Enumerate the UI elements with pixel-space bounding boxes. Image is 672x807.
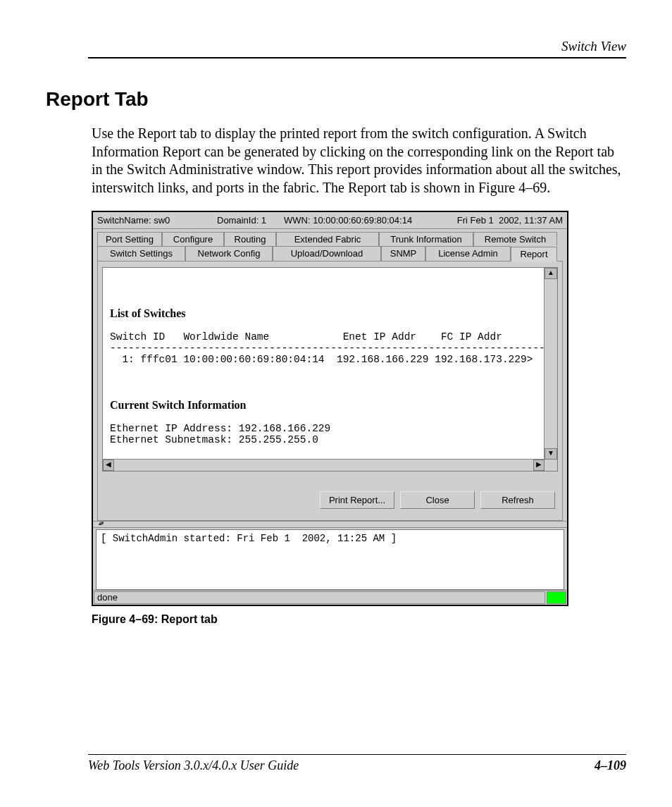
log-pane: [ SwitchAdmin started: Fri Feb 1 2002, 1… <box>96 529 564 590</box>
scroll-left-icon[interactable]: ◀ <box>103 460 114 471</box>
report-pane: List of Switches Switch ID Worldwide Nam… <box>102 267 558 472</box>
scroll-down-icon[interactable]: ▼ <box>545 448 557 460</box>
tab-extended-fabric[interactable]: Extended Fabric <box>276 232 379 246</box>
log-line: [ SwitchAdmin started: Fri Feb 1 2002, 1… <box>101 533 397 544</box>
tab-snmp[interactable]: SNMP <box>381 246 425 261</box>
window-info-bar: SwitchName: sw0 DomainId: 1 WWN: 10:00:0… <box>93 212 567 229</box>
tab-upload-download[interactable]: Upload/Download <box>273 246 381 261</box>
tab-license-admin[interactable]: License Admin <box>425 246 511 261</box>
body-paragraph: Use the Report tab to display the printe… <box>92 125 626 197</box>
wwn-label: WWN: 10:00:00:60:69:80:04:14 <box>284 215 443 226</box>
print-report-button[interactable]: Print Report... <box>320 491 394 509</box>
datetime-label: Fri Feb 1 2002, 11:37 AM <box>443 215 563 226</box>
report-eth-ip: Ethernet IP Address: 192.168.166.229 <box>110 423 330 434</box>
report-heading-switches: List of Switches <box>110 307 186 319</box>
refresh-button[interactable]: Refresh <box>480 491 555 509</box>
scroll-right-icon[interactable]: ▶ <box>533 460 545 471</box>
report-heading-current: Current Switch Information <box>110 399 246 411</box>
footer-rule <box>88 754 626 755</box>
tab-remote-switch[interactable]: Remote Switch <box>473 232 557 246</box>
splitter-grip[interactable] <box>93 521 567 528</box>
status-text: done <box>94 591 545 604</box>
tabs-area: Port Setting Configure Routing Extended … <box>93 229 567 521</box>
vertical-scrollbar[interactable]: ▲ ▼ <box>544 268 557 460</box>
tab-report[interactable]: Report <box>511 247 557 261</box>
switch-name-label: SwitchName: sw0 <box>97 215 217 226</box>
tab-network-config[interactable]: Network Config <box>185 246 273 261</box>
report-eth-mask: Ethernet Subnetmask: 255.255.255.0 <box>110 434 318 445</box>
report-divider: ----------------------------------------… <box>110 343 557 354</box>
report-columns: Switch ID Worldwide Name Enet IP Addr FC… <box>110 331 502 343</box>
tab-routing[interactable]: Routing <box>224 232 276 246</box>
status-bar: done <box>93 590 567 605</box>
footer-left: Web Tools Version 3.0.x/4.0.x User Guide <box>88 758 299 773</box>
screenshot-window: SwitchName: sw0 DomainId: 1 WWN: 10:00:0… <box>92 211 568 606</box>
tabs-row-1: Port Setting Configure Routing Extended … <box>97 232 563 246</box>
page-number: 4–109 <box>595 758 626 773</box>
tab-port-setting[interactable]: Port Setting <box>97 232 162 246</box>
page-footer: Web Tools Version 3.0.x/4.0.x User Guide… <box>88 758 626 773</box>
header-rule <box>88 57 626 58</box>
scroll-corner <box>545 460 557 471</box>
running-header: Switch View <box>561 39 626 54</box>
status-led <box>547 591 566 604</box>
report-row-1: 1: fffc01 10:00:00:60:69:80:04:14 192.16… <box>110 354 533 365</box>
close-button[interactable]: Close <box>400 491 475 509</box>
tab-trunk-information[interactable]: Trunk Information <box>379 232 473 246</box>
report-content: List of Switches Switch ID Worldwide Nam… <box>103 268 545 460</box>
tab-configure[interactable]: Configure <box>162 232 224 246</box>
button-row: Print Report... Close Refresh <box>102 472 558 513</box>
figure-caption: Figure 4–69: Report tab <box>92 613 626 626</box>
tab-body: List of Switches Switch ID Worldwide Nam… <box>97 261 563 521</box>
scroll-up-icon[interactable]: ▲ <box>545 268 557 279</box>
horizontal-scrollbar[interactable]: ◀ ▶ <box>103 459 545 471</box>
section-title: Report Tab <box>46 88 626 111</box>
tab-switch-settings[interactable]: Switch Settings <box>97 246 185 261</box>
domain-id-label: DomainId: 1 <box>217 215 284 226</box>
tabs-row-2: Switch Settings Network Config Upload/Do… <box>97 246 563 261</box>
